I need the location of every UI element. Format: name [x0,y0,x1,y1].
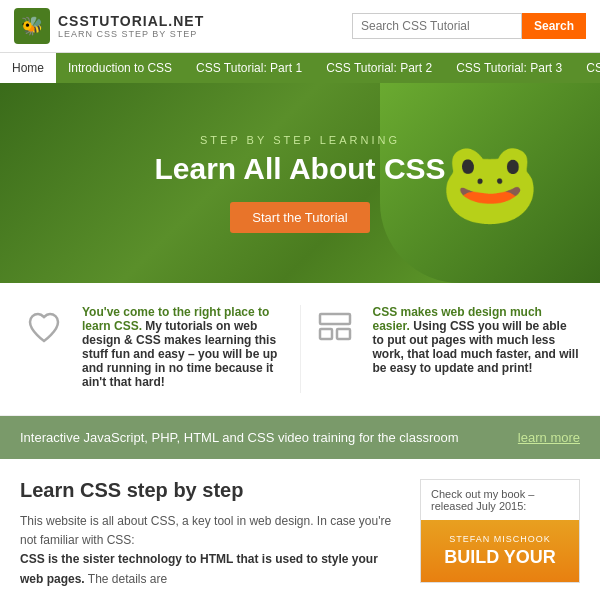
feature-1: You've come to the right place to learn … [20,305,290,393]
sidebar-book-date: July 2015: [476,500,526,512]
main-body-text: This website is all about CSS, a key too… [20,512,400,589]
svg-rect-0 [320,314,350,324]
navigation: Home Introduction to CSS CSS Tutorial: P… [0,53,600,83]
sidebar-book-header: Check out my book – released July 2015: [421,480,579,520]
search-input[interactable] [352,13,522,39]
logo-area: 🐝 CSSTUTORIAL.NET LEARN CSS STEP BY STEP [14,8,204,44]
logo-subtitle: LEARN CSS STEP BY STEP [58,29,204,39]
banner-text: Interactive JavaScript, PHP, HTML and CS… [20,430,512,445]
nav-item-part1[interactable]: CSS Tutorial: Part 1 [184,53,314,83]
hero-section: 🐸 Step by Step Learning Learn All About … [0,83,600,283]
main-text-3: The details are [88,572,167,586]
svg-rect-2 [337,329,350,339]
main-content: Learn CSS step by step This website is a… [20,479,420,589]
layout-icon [311,305,359,353]
feature-1-text: You've come to the right place to learn … [82,305,290,393]
nav-item-images[interactable]: CSS & Images [574,53,600,83]
search-area: Search [352,13,586,39]
nav-item-intro[interactable]: Introduction to CSS [56,53,184,83]
hero-start-button[interactable]: Start the Tutorial [230,202,369,233]
feature-1-title: You've come to the right place to learn … [82,305,290,389]
feature-2-text: CSS makes web design much easier. Using … [373,305,581,379]
logo-title: CSSTUTORIAL.NET [58,13,204,29]
logo-icon: 🐝 [14,8,50,44]
banner-learn-more-link[interactable]: learn more [518,430,580,445]
hero-sub-label: Step by Step Learning [154,134,445,146]
nav-item-part3[interactable]: CSS Tutorial: Part 3 [444,53,574,83]
main-text-1: This website is all about CSS, a key too… [20,514,391,547]
heart-icon [20,305,68,353]
feature-2-title: CSS makes web design much easier. Using … [373,305,581,375]
main-section: Learn CSS step by step This website is a… [0,459,600,600]
nav-item-part2[interactable]: CSS Tutorial: Part 2 [314,53,444,83]
logo-text-block: CSSTUTORIAL.NET LEARN CSS STEP BY STEP [58,13,204,39]
sidebar: Check out my book – released July 2015: … [420,479,580,589]
header: 🐝 CSSTUTORIAL.NET LEARN CSS STEP BY STEP… [0,0,600,53]
book-cover[interactable]: STEFAN MISCHOOK BUILD YOUR [421,520,579,582]
svg-rect-1 [320,329,332,339]
book-author: STEFAN MISCHOOK [431,534,569,544]
promo-banner: Interactive JavaScript, PHP, HTML and CS… [0,416,600,459]
hero-title: Learn All About CSS [154,152,445,186]
sidebar-book: Check out my book – released July 2015: … [420,479,580,583]
feature-divider [300,305,301,393]
main-text-2: CSS is the sister technology to HTML tha… [20,552,378,585]
feature-2: CSS makes web design much easier. Using … [311,305,581,393]
main-title: Learn CSS step by step [20,479,400,502]
nav-item-home[interactable]: Home [0,53,56,83]
hero-content: Step by Step Learning Learn All About CS… [154,134,445,233]
features-section: You've come to the right place to learn … [0,283,600,416]
search-button[interactable]: Search [522,13,586,39]
book-title: BUILD YOUR [431,548,569,568]
